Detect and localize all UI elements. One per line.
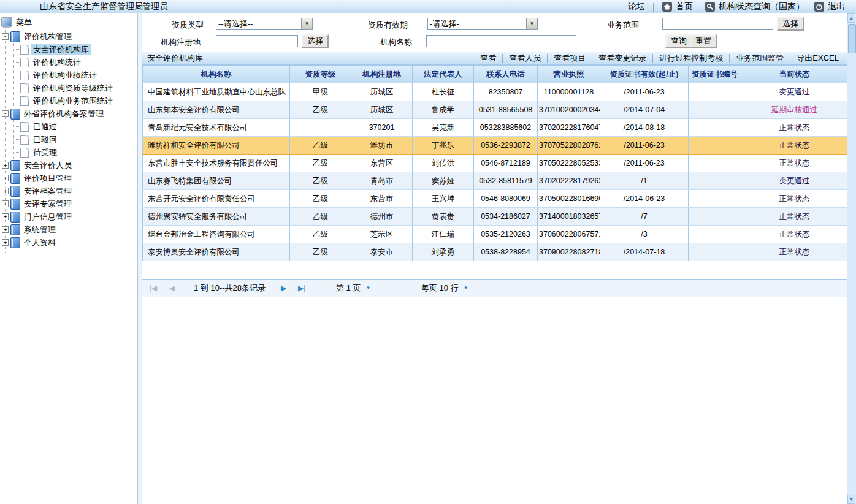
tree-leaf[interactable]: 评价机构业绩统计 <box>13 69 137 82</box>
column-header[interactable]: 机构名称 <box>143 66 290 83</box>
expand-toggle-icon[interactable]: + <box>2 200 9 207</box>
tree-branch-label[interactable]: 评价项目管理 <box>23 173 73 184</box>
cell-phone: 0535-2120263 <box>474 226 538 243</box>
table-row[interactable]: 烟台金邦冶金工程咨询有限公司乙级芝罘区江仁瑞0535-2120263370600… <box>143 226 848 243</box>
prev-page-icon[interactable]: ◀ <box>169 280 175 297</box>
expand-toggle-icon[interactable]: + <box>2 239 9 246</box>
tree-leaf-label[interactable]: 评价机构业务范围统计 <box>31 96 115 107</box>
forum-link[interactable]: 论坛 <box>628 1 645 12</box>
expand-toggle-icon[interactable]: + <box>2 188 9 194</box>
column-header[interactable]: 资质证书编号 <box>689 66 741 83</box>
business-scope-select-button[interactable]: 选择 <box>777 17 804 31</box>
tree-leaf-label[interactable]: 已驳回 <box>31 134 59 145</box>
expand-toggle-icon[interactable]: + <box>2 175 9 181</box>
column-header[interactable]: 资质证书有效(起/止) <box>600 66 689 83</box>
org-status-query-link[interactable]: 机构状态查询（国家） <box>719 1 804 12</box>
table-row[interactable]: 山东赛飞特集团有限公司乙级青岛市窦苏娅0532-8581157937020222… <box>143 172 848 190</box>
first-page-icon[interactable]: |◀ <box>150 280 157 297</box>
toolbar-button[interactable]: 进行过程控制考核 <box>653 53 729 64</box>
cell-cert <box>689 243 741 261</box>
scrollbar-thumb[interactable] <box>848 24 856 53</box>
scroll-up-icon[interactable]: ▲ <box>847 13 855 23</box>
column-header[interactable]: 机构注册地 <box>351 66 413 83</box>
tree-branch-label[interactable]: 个人资料 <box>23 237 57 248</box>
validity-select[interactable]: -请选择- ▼ <box>427 18 538 30</box>
reset-button[interactable]: 重置 <box>690 34 717 48</box>
table-row[interactable]: 中国建筑材料工业地质勘查中心山东总队甲级历城区杜长征82350807110000… <box>143 83 848 101</box>
logout-icon[interactable] <box>814 2 824 12</box>
cell-license: 370705228028762 <box>538 137 600 155</box>
tree-leaf-label[interactable]: 评价机构统计 <box>31 57 83 68</box>
tree-leaf[interactable]: 待受理 <box>13 146 137 159</box>
logout-link[interactable]: 退出 <box>828 1 845 12</box>
column-header[interactable]: 营业执照 <box>538 66 600 83</box>
tree-branch-label[interactable]: 安评专家管理 <box>23 199 73 210</box>
registration-place-select-button[interactable]: 选择 <box>302 34 329 48</box>
cell-name: 中国建筑材料工业地质勘查中心山东总队 <box>143 83 290 101</box>
tree-leaf-label[interactable]: 待受理 <box>31 147 59 158</box>
tree-leaf-label[interactable]: 评价机构业绩统计 <box>31 70 99 81</box>
tree-branch: +个人资料 <box>2 236 137 249</box>
table-row[interactable]: 山东知本安全评价有限公司乙级历城区鲁成学0531-885655083701002… <box>143 101 848 119</box>
registration-place-label: 机构注册地 <box>161 37 201 48</box>
business-scope-input[interactable] <box>662 18 773 30</box>
expand-toggle-icon[interactable]: - <box>2 33 9 40</box>
column-header[interactable]: 法定代表人 <box>413 66 474 83</box>
toolbar-button[interactable]: 查看人员 <box>503 53 547 64</box>
expand-toggle-icon[interactable]: - <box>2 110 9 117</box>
tree-branch-label[interactable]: 安评档案管理 <box>23 186 73 197</box>
cell-license: 370202228179262 <box>538 172 600 190</box>
column-header[interactable]: 当前状态 <box>741 66 848 83</box>
cell-region: 370201 <box>351 119 413 137</box>
org-status-query-icon[interactable] <box>705 2 715 12</box>
column-header[interactable]: 联系人电话 <box>474 66 538 83</box>
org-name-input[interactable] <box>426 35 576 47</box>
table-row[interactable]: 东营开元安全评价有限责任公司乙级东营市王兴坤0546-8080069370500… <box>143 190 848 208</box>
toolbar-button[interactable]: 业务范围监管 <box>730 53 790 64</box>
tree-leaf-label[interactable]: 评价机构资质等级统计 <box>31 83 115 94</box>
toolbar-button[interactable]: 查看项目 <box>548 53 592 64</box>
chevron-down-icon[interactable]: ▼ <box>301 18 312 29</box>
chevron-down-icon[interactable]: ▼ <box>526 18 537 29</box>
tree-leaf-label[interactable]: 安全评价机构库 <box>31 44 91 55</box>
table-row[interactable]: 德州聚安特安全服务有限公司乙级德州市贾表贵0534-21860273714000… <box>143 208 848 226</box>
toolbar-button[interactable]: 导出EXCEL <box>790 53 845 64</box>
tree-leaf[interactable]: 已驳回 <box>13 133 137 146</box>
registration-place-input[interactable] <box>216 35 298 47</box>
scroll-down-icon[interactable]: ▼ <box>847 495 855 504</box>
qualification-type-select[interactable]: --请选择-- ▼ <box>216 18 313 30</box>
expand-toggle-icon[interactable]: + <box>2 226 9 233</box>
tree-branch-label[interactable]: 安全评价人员 <box>23 160 73 171</box>
vertical-scrollbar[interactable]: ▲ ▼ <box>847 13 856 504</box>
toolbar-button[interactable]: 查看 <box>474 53 502 64</box>
expand-toggle-icon[interactable]: + <box>2 213 9 220</box>
tree-leaf[interactable]: 安全评价机构库 <box>13 43 137 56</box>
next-page-icon[interactable]: ▶ <box>281 280 286 297</box>
expand-toggle-icon[interactable]: + <box>2 162 9 169</box>
table-row[interactable]: 东营市胜丰安全技术服务有限责任公司乙级东营区刘传洪0546-8712189370… <box>143 155 848 172</box>
tree-leaf[interactable]: 评价机构业务范围统计 <box>13 94 137 107</box>
tree-branch-label[interactable]: 评价机构管理 <box>23 31 73 42</box>
cell-legal: 丁兆乐 <box>413 137 474 155</box>
table-row[interactable]: 泰安博奥安全评价有限公司乙级泰安市刘承勇0538-822895437090022… <box>143 243 848 261</box>
tree-branch-label[interactable]: 门户信息管理 <box>23 212 73 223</box>
column-header[interactable]: 资质等级 <box>290 66 351 83</box>
tree-branch-label[interactable]: 外省评价机构备案管理 <box>23 109 105 120</box>
table-row[interactable]: 青岛新纪元安全技术有限公司370201吴克新053283885602370202… <box>143 119 848 137</box>
tree-leaf[interactable]: 已通过 <box>13 120 137 133</box>
tree-branch-label[interactable]: 系统管理 <box>23 224 57 235</box>
tree-leaf[interactable]: 评价机构统计 <box>13 56 137 69</box>
tree-leaf-label[interactable]: 已通过 <box>31 121 59 132</box>
home-link[interactable]: 首页 <box>676 1 693 12</box>
page-select[interactable]: 第 1 页▼ <box>336 280 370 297</box>
validity-value: -请选择- <box>428 18 526 29</box>
toolbar-button[interactable]: 查看变更记录 <box>592 53 652 64</box>
last-page-icon[interactable]: ▶| <box>298 280 305 297</box>
query-button[interactable]: 查询 <box>665 34 692 48</box>
cell-grade: 乙级 <box>290 208 351 226</box>
page-size-select[interactable]: 每页 10 行▼ <box>421 280 468 297</box>
tree-leaf[interactable]: 评价机构资质等级统计 <box>13 82 137 94</box>
panel-divider <box>138 13 142 504</box>
table-row[interactable]: 潍坊祥和安全评价有限公司乙级潍坊市丁兆乐0536-229387237070522… <box>143 137 848 155</box>
home-icon[interactable] <box>662 2 672 12</box>
